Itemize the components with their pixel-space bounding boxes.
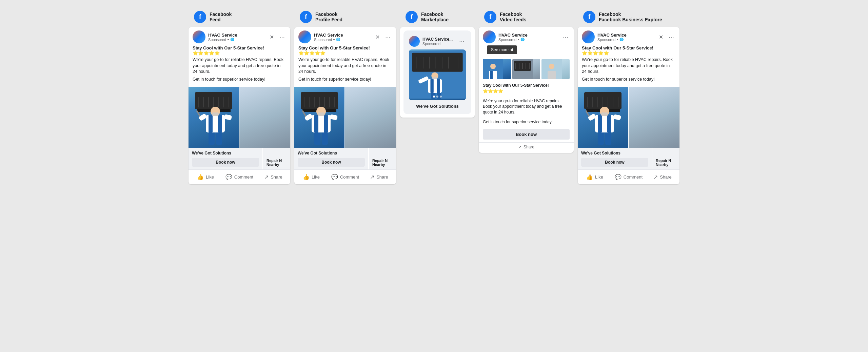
profile-card-footer: 👍 Like 💬 Comment ↗ Share bbox=[294, 169, 396, 184]
video-mini-img-3 bbox=[541, 59, 570, 79]
feed-main-image bbox=[189, 87, 239, 148]
feed-advertiser-name: HVAC Service bbox=[208, 33, 265, 38]
video-advertiser-name: HVAC Service bbox=[498, 33, 559, 38]
marketplace-brand: Facebook bbox=[421, 12, 449, 17]
profile-post-desc: We're your go-to for reliable HVAC repai… bbox=[298, 57, 392, 75]
explore-comment-button[interactable]: 💬 Comment bbox=[612, 171, 646, 183]
profile-cta-right-text: Repair NNearby bbox=[372, 159, 393, 167]
feed-close-button[interactable]: ✕ bbox=[268, 33, 275, 42]
feed-comment-button[interactable]: 💬 Comment bbox=[222, 171, 256, 183]
explore-advertiser-info: HVAC Service Sponsored 🌐 bbox=[597, 33, 655, 42]
explore-cta-box: We've Got Solutions Book now bbox=[578, 148, 652, 170]
feed-cta-strip: We've Got Solutions Book now Repair NNea… bbox=[189, 148, 290, 170]
explore-like-label: Like bbox=[595, 174, 603, 180]
svg-rect-34 bbox=[330, 114, 338, 120]
feed-post-desc: We're your go-to for reliable HVAC repai… bbox=[193, 57, 286, 75]
svg-point-56 bbox=[490, 64, 496, 69]
comment-icon: 💬 bbox=[225, 174, 232, 180]
explore-cta-right-text: Repair NNearby bbox=[656, 159, 676, 167]
video-dot bbox=[518, 39, 519, 40]
explore-verified-icon: 🌐 bbox=[619, 38, 624, 41]
explore-cta-headline: We've Got Solutions bbox=[581, 151, 648, 156]
feed-cta-headline: We've Got Solutions bbox=[192, 151, 259, 156]
profile-more-button[interactable]: ⋯ bbox=[384, 33, 392, 42]
feed-cta-button[interactable]: Book now bbox=[192, 158, 259, 167]
video-verified-icon: 🌐 bbox=[520, 38, 525, 41]
feed-share-button[interactable]: ↗ Share bbox=[256, 171, 290, 183]
svg-rect-81 bbox=[598, 115, 602, 132]
explore-header-actions[interactable]: ✕ ⋯ bbox=[657, 33, 675, 42]
profile-header-actions[interactable]: ✕ ⋯ bbox=[374, 33, 392, 42]
svg-rect-31 bbox=[314, 115, 318, 132]
profile-post-title: Stay Cool with Our 5-Star Service! ⭐⭐⭐⭐⭐ bbox=[298, 45, 392, 56]
feed-column: f Facebook Feed HVAC Service Sponsored 🌐… bbox=[189, 7, 290, 184]
profile-main-image bbox=[294, 87, 344, 148]
profile-share-button[interactable]: ↗ Share bbox=[362, 171, 396, 183]
feed-more-button[interactable]: ⋯ bbox=[278, 33, 286, 42]
feed-advertiser-avatar bbox=[193, 30, 205, 43]
feed-advertiser-info: HVAC Service Sponsored 🌐 bbox=[208, 33, 265, 42]
video-more-button[interactable]: ⋯ bbox=[561, 33, 570, 42]
marketplace-advertiser-name: HVAC Service... bbox=[422, 37, 455, 42]
explore-like-icon: 👍 bbox=[586, 174, 593, 180]
share-icon: ↗ bbox=[264, 174, 269, 180]
profile-dot bbox=[333, 39, 335, 40]
explore-cta-text: Get in touch for superior service today! bbox=[582, 77, 675, 82]
facebook-logo-explore: f bbox=[583, 11, 595, 23]
mp-dot-3 bbox=[440, 96, 442, 98]
marketplace-advertiser-block: HVAC Service... Sponsored bbox=[422, 37, 455, 46]
feed-post-title: Stay Cool with Our 5-Star Service! ⭐⭐⭐⭐⭐ bbox=[193, 45, 286, 56]
video-feeds-placement: Video feeds bbox=[500, 17, 526, 22]
explore-post-title: Stay Cool with Our 5-Star Service! ⭐⭐⭐⭐⭐ bbox=[582, 45, 675, 56]
svg-rect-79 bbox=[605, 131, 611, 145]
explore-cta-right: Repair NNearby bbox=[652, 148, 679, 170]
profile-close-button[interactable]: ✕ bbox=[374, 33, 381, 42]
like-icon: 👍 bbox=[197, 174, 204, 180]
profile-like-icon: 👍 bbox=[303, 174, 310, 180]
feed-placement: Feed bbox=[210, 17, 232, 22]
explore-more-button[interactable]: ⋯ bbox=[667, 33, 675, 42]
marketplace-footer: We've Got Solutions bbox=[409, 100, 466, 109]
video-feeds-column-title: Facebook Video feeds bbox=[500, 12, 526, 22]
profile-cta-text: Get in touch for superior service today! bbox=[298, 77, 392, 82]
marketplace-more-button[interactable]: ⋯ bbox=[458, 37, 466, 46]
explore-sponsored-label: Sponsored bbox=[597, 38, 615, 42]
profile-advertiser-info: HVAC Service Sponsored 🌐 bbox=[314, 33, 371, 42]
profile-comment-icon: 💬 bbox=[331, 174, 338, 180]
explore-like-button[interactable]: 👍 Like bbox=[578, 171, 612, 183]
profile-advertiser-name: HVAC Service bbox=[314, 33, 371, 38]
profile-feed-ad-card: HVAC Service Sponsored 🌐 ✕ ⋯ Stay Cool w… bbox=[294, 27, 396, 184]
comment-label: Comment bbox=[234, 174, 253, 180]
video-cta-button[interactable]: Book now bbox=[483, 129, 570, 140]
svg-rect-84 bbox=[613, 114, 621, 120]
explore-share-button[interactable]: ↗ Share bbox=[646, 171, 679, 183]
svg-rect-57 bbox=[489, 71, 497, 79]
explore-side-image bbox=[629, 87, 679, 148]
marketplace-sponsored: Sponsored bbox=[422, 42, 455, 46]
marketplace-dots-indicator bbox=[433, 96, 442, 98]
profile-comment-button[interactable]: 💬 Comment bbox=[328, 171, 362, 183]
feed-card-header: HVAC Service Sponsored 🌐 ✕ ⋯ bbox=[189, 27, 290, 45]
svg-rect-28 bbox=[314, 131, 320, 145]
explore-close-button[interactable]: ✕ bbox=[657, 33, 665, 42]
svg-rect-10 bbox=[216, 131, 222, 145]
feed-card-body: Stay Cool with Our 5-Star Service! ⭐⭐⭐⭐⭐… bbox=[189, 45, 290, 87]
profile-worker-illustration bbox=[294, 87, 344, 148]
facebook-logo-marketplace: f bbox=[406, 11, 418, 23]
explore-cta-button[interactable]: Book now bbox=[581, 158, 648, 167]
feed-side-image bbox=[239, 87, 290, 148]
profile-side-image bbox=[345, 87, 396, 148]
feed-like-button[interactable]: 👍 Like bbox=[189, 171, 222, 183]
svg-rect-39 bbox=[412, 53, 462, 72]
marketplace-column: f Facebook Marketplace HVAC Service... S… bbox=[400, 7, 475, 118]
like-label: Like bbox=[206, 174, 214, 180]
marketplace-column-header: f Facebook Marketplace bbox=[400, 7, 475, 27]
feed-sponsored-row: Sponsored 🌐 bbox=[208, 38, 265, 42]
profile-cta-button[interactable]: Book now bbox=[298, 158, 365, 167]
video-advertiser-info: HVAC Service Sponsored 🌐 bbox=[498, 33, 559, 42]
marketplace-inner-card: HVAC Service... Sponsored ⋯ bbox=[403, 30, 471, 114]
feed-header-actions[interactable]: ✕ ⋯ bbox=[268, 33, 286, 42]
mp-dot-2 bbox=[436, 96, 438, 98]
explore-share-label: Share bbox=[660, 174, 672, 180]
profile-like-button[interactable]: 👍 Like bbox=[294, 171, 328, 183]
